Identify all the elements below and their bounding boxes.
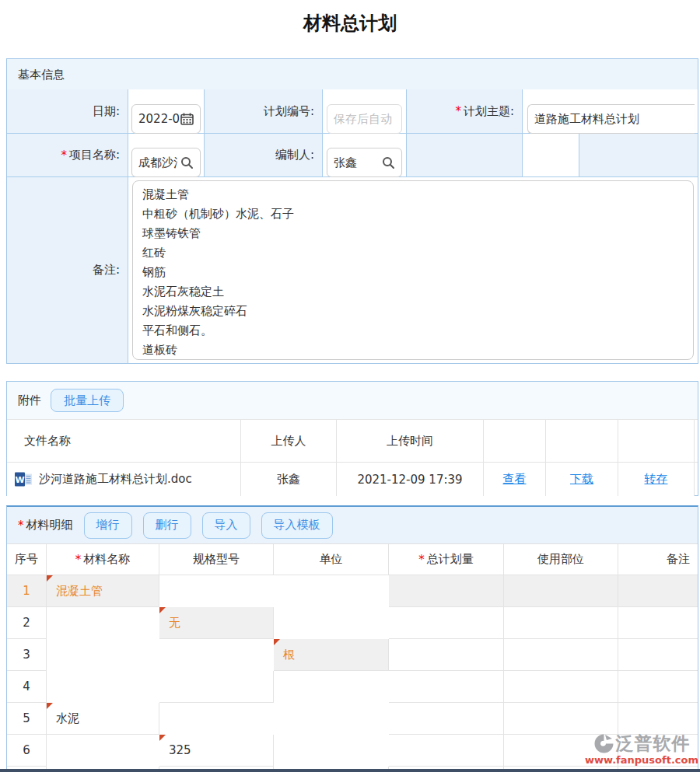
add-row-button[interactable]: 增行 [84, 512, 132, 539]
usage-location-cell[interactable] [504, 671, 618, 703]
remark-textarea[interactable]: 混凝土管 中粗砂（机制砂）水泥、石子 球墨铸铁管 红砖 钢筋 水泥石灰稳定土 水… [132, 180, 694, 360]
fanpu-logo-icon [593, 733, 614, 754]
author-label: 编制人: [275, 148, 314, 162]
plan-no-input[interactable]: 保存后自动 [327, 104, 402, 134]
col-action-4 [695, 420, 698, 463]
note-cell[interactable] [618, 575, 698, 607]
material-detail-title: * 材料明细 [18, 518, 73, 533]
project-label-cell: *项目名称: [7, 134, 128, 177]
date-label-cell: 日期: [7, 89, 128, 134]
author-value: 张鑫 [334, 155, 357, 170]
delete-row-button[interactable]: 删行 [143, 512, 191, 539]
col-total-qty: *总计划量 [389, 544, 504, 575]
vendor-watermark: 泛普软件 www.fanpusoft.com [585, 732, 698, 766]
usage-location-cell[interactable] [504, 607, 618, 639]
row-seq-cell[interactable]: 2 [7, 607, 47, 639]
attachment-action-cell: 转存 [618, 463, 695, 496]
batch-upload-button[interactable]: 批量上传 [51, 389, 124, 412]
total-qty-cell[interactable] [389, 607, 504, 639]
col-unit: 单位 [274, 544, 389, 575]
usage-location-cell[interactable] [504, 639, 618, 671]
total-qty-cell[interactable] [389, 703, 504, 735]
search-icon[interactable] [180, 156, 194, 169]
basic-info-header: 基本信息 [7, 59, 698, 91]
unit-cell[interactable]: 根 [274, 639, 389, 671]
plan-no-label-cell: 计划编号: [205, 89, 323, 134]
note-cell[interactable] [618, 607, 698, 639]
remark-line: 水泥粉煤灰稳定碎石 [142, 302, 684, 321]
material-name-cell[interactable]: 水泥 [47, 703, 159, 735]
col-action-3 [618, 420, 695, 463]
col-spec: 规格型号 [159, 544, 274, 575]
search-icon[interactable] [382, 156, 395, 169]
col-seq: 序号 [7, 544, 47, 575]
material-total-plan-page: 材料总计划 基本信息 日期: 计划编号: *计划主题: 2022-04 保存后自… [0, 0, 700, 772]
remark-label-cell: 备注: [7, 177, 128, 363]
remark-line: 球墨铸铁管 [142, 224, 684, 243]
author-input[interactable]: 张鑫 [327, 148, 402, 177]
row-seq-cell[interactable]: 1 [7, 575, 47, 607]
project-value: 成都沙河 [138, 155, 177, 170]
attachment-row-uploader: 张鑫 [241, 463, 337, 496]
date-value: 2022-04 [138, 112, 180, 126]
import-button[interactable]: 导入 [202, 512, 250, 539]
subject-input[interactable]: 道路施工材料总计划 [527, 104, 695, 134]
spec-cell[interactable] [159, 671, 274, 703]
col-file-name: 文件名称 [7, 420, 241, 463]
attachment-action-cell: 下载 [546, 463, 618, 496]
calendar-icon[interactable] [180, 113, 194, 125]
download-link[interactable]: 下载 [570, 472, 593, 487]
total-qty-cell[interactable] [389, 575, 504, 607]
attachment-row-time: 2021-12-09 17:39 [337, 463, 484, 496]
word-doc-icon: W [15, 471, 33, 487]
row-seq-cell[interactable]: 3 [7, 639, 47, 671]
remark-line: 红砖 [142, 243, 684, 263]
spec-cell[interactable]: 无 [159, 607, 274, 639]
note-cell[interactable] [618, 671, 698, 703]
attachment-file-name: 沙河道路施工材料总计划.doc [39, 472, 192, 487]
subject-label-cell: *计划主题: [407, 89, 523, 134]
spec-cell[interactable]: 325 [159, 735, 274, 767]
attachment-action-cell: 查看 [484, 463, 546, 496]
row-seq-cell[interactable]: 4 [7, 671, 47, 703]
basic-info-title: 基本信息 [18, 68, 65, 82]
transfer-link[interactable]: 转存 [645, 472, 668, 487]
remark-line: 平石和侧石。 [142, 321, 684, 341]
total-qty-cell[interactable] [389, 735, 504, 767]
project-required-mark: * [61, 148, 67, 162]
total-qty-cell[interactable] [389, 639, 504, 671]
remark-line: 道板砖 [142, 341, 684, 360]
empty-input-cell-1 [523, 134, 579, 177]
col-material-name: *材料名称 [47, 544, 159, 575]
watermark-brand: 泛普软件 [616, 732, 691, 756]
remark-label: 备注: [93, 263, 120, 278]
watermark-url: www.fanpusoft.com [585, 754, 698, 766]
remark-line: 混凝土管 [142, 185, 684, 204]
col-usage-location: 使用部位 [504, 544, 618, 575]
row-seq-cell[interactable]: 6 [7, 735, 47, 767]
empty-label-cell-2 [579, 134, 698, 177]
project-input[interactable]: 成都沙河 [131, 148, 201, 177]
plan-no-label: 计划编号: [264, 104, 314, 119]
bottom-dark-bar [0, 769, 700, 772]
note-cell[interactable] [618, 639, 698, 671]
usage-location-cell[interactable] [504, 703, 618, 735]
note-cell[interactable] [618, 703, 698, 735]
remark-line: 水泥石灰稳定土 [142, 282, 684, 302]
remark-line: 中粗砂（机制砂）水泥、石子 [142, 204, 684, 224]
import-template-button[interactable]: 导入模板 [261, 512, 333, 539]
remark-line: 钢筋 [142, 263, 684, 282]
material-name-cell[interactable]: 混凝土管 [47, 575, 159, 607]
empty-label-cell-1 [407, 134, 523, 177]
author-label-cell: 编制人: [205, 134, 323, 177]
material-required-mark: * [18, 519, 24, 533]
page-title: 材料总计划 [0, 11, 700, 36]
view-link[interactable]: 查看 [503, 472, 527, 487]
total-qty-cell[interactable] [389, 671, 504, 703]
subject-required-mark: * [455, 104, 461, 118]
date-input[interactable]: 2022-04 [131, 104, 201, 134]
row-seq-cell[interactable]: 5 [7, 703, 47, 735]
project-label: 项目名称: [69, 148, 120, 162]
plan-no-placeholder: 保存后自动 [334, 112, 392, 127]
usage-location-cell[interactable] [504, 575, 618, 607]
